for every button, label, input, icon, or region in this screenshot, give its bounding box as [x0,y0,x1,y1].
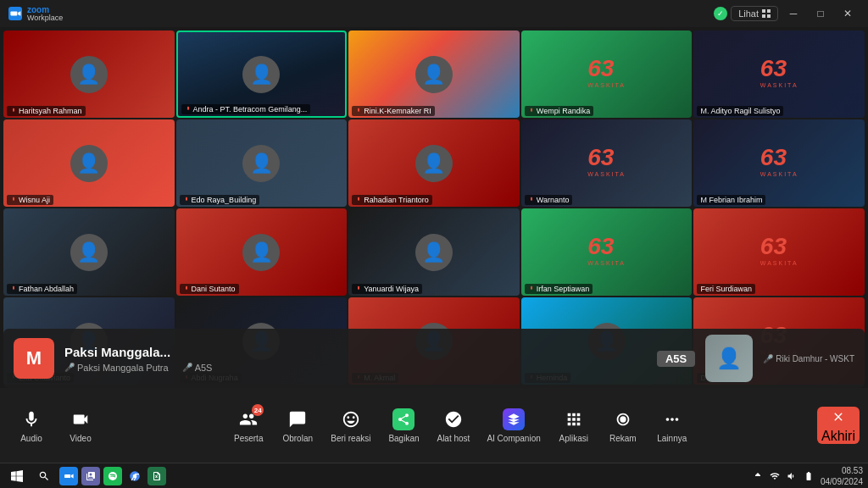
participants-icon: 24 [236,408,260,431]
toolbar: Audio Video 24 Peserta [0,388,868,463]
speaker-badge: A5S [657,351,695,367]
windows-start-button[interactable] [5,464,29,488]
chat-icon [286,408,309,431]
taskbar-zoom-icon[interactable] [59,467,78,485]
video-cell-0: 👤Haritsyah Rahman [3,30,175,118]
audio-button[interactable]: Audio [8,402,54,448]
speaker-bar: M Paksi Manggala... 🎤 Paksi Manggala Put… [3,329,865,388]
end-icon [826,407,850,427]
taskbar: 08.53 04/09/2024 [0,463,868,488]
taskbar-expand-icon[interactable] [753,471,763,481]
taskbar-volume-icon [787,471,797,481]
speaker-main-name: Paksi Manggala... [64,345,647,359]
video-cell-12: 👤Yanuardi Wijaya [348,208,520,296]
record-label: Rekam [609,434,637,443]
taskbar-teams-icon[interactable] [81,467,100,485]
video-cell-8: 63WASKITAWarnanto [521,119,693,207]
title-bar: zoom Workplace ✓ Lihat ─ □ ✕ [0,0,868,27]
participants-button[interactable]: 24 Peserta [225,402,271,448]
svg-rect-2 [767,9,771,13]
chat-button[interactable]: Obrolan [275,402,320,448]
toolbar-center-group: 24 Peserta Obrolan Beri reaksi [225,402,695,448]
participant-name-7: Rahadian Triantoro [352,195,432,205]
apps-label: Aplikasi [559,434,588,443]
share-icon [392,408,415,431]
participant-name-10: Fathan Abdallah [7,284,77,294]
apps-button[interactable]: Aplikasi [551,402,597,448]
react-button[interactable]: Beri reaksi [324,402,377,448]
participant-name-1: Andra - PT. Betracom Gemilang... [181,104,311,114]
video-cell-6: 👤Edo Raya_Building [176,119,348,207]
video-cell-2: 👤Rini.K-Kemnaker RI [348,30,520,118]
video-cell-9: 63WASKITAM Febrian Ibrahim [693,119,865,207]
speaker-mic-icon: 🎤 [64,363,75,372]
speaker-photo-name-container: 🎤 Riki Damhur - WSKT [763,354,854,363]
share-label: Bagikan [388,434,419,443]
svg-rect-3 [762,14,765,18]
chat-label: Obrolan [282,434,313,443]
participants-count: 24 [252,404,264,416]
video-cell-13: 63WASKITAIrfan Septiawan [521,208,693,296]
zoom-logo-icon [8,7,22,20]
taskbar-clock: 08.53 04/09/2024 [821,465,863,487]
audio-icon [19,408,43,431]
video-icon [69,408,92,431]
taskbar-spotify-icon[interactable] [103,467,122,485]
host-button[interactable]: Alat host [430,402,476,448]
security-shield-icon: ✓ [714,7,727,20]
more-label: Lainnya [657,434,687,443]
maximize-button[interactable]: □ [809,5,832,22]
react-label: Beri reaksi [331,434,370,443]
apps-icon [562,408,586,431]
speaker-photo-name: 🎤 Riki Damhur - WSKT [763,354,854,363]
speaker-sub-name2: 🎤 A5S [182,363,213,373]
host-icon [442,408,465,431]
speaker-avatar: M [14,338,54,379]
taskbar-battery-icon [804,471,814,481]
taskbar-excel-icon[interactable] [147,467,166,485]
video-cell-10: 👤Fathan Abdallah [3,208,175,296]
participant-name-8: Warnanto [525,195,573,205]
app-name: zoom [27,6,63,14]
video-cell-7: 👤Rahadian Triantoro [348,119,520,207]
participant-name-6: Edo Raya_Building [180,195,260,205]
record-icon [611,408,635,431]
more-button[interactable]: Lainnya [649,402,695,448]
minimize-button[interactable]: ─ [782,5,805,22]
svg-point-5 [620,416,626,422]
participant-name-11: Dani Sutanto [180,284,239,294]
speaker-sub-row: 🎤 Paksi Manggala Putra 🎤 A5S [64,363,647,373]
title-bar-right: ✓ Lihat ─ □ ✕ [714,5,860,22]
participant-name-2: Rini.K-Kemnaker RI [352,106,435,116]
participant-name-14: Feri Surdiawan [697,284,755,294]
more-icon [660,408,684,431]
view-button[interactable]: Lihat [731,6,778,21]
video-cell-1: 👤Andra - PT. Betracom Gemilang... [176,30,348,118]
share-button[interactable]: Bagikan [381,402,426,448]
taskbar-network-icon [770,471,780,481]
ai-companion-button[interactable]: AI Companion [480,402,547,448]
video-button[interactable]: Video [58,402,103,448]
video-cell-5: 👤Wisnu Aji [3,119,175,207]
video-cell-11: 👤Dani Sutanto [176,208,348,296]
taskbar-right: 08.53 04/09/2024 [753,465,863,487]
participant-name-13: Irfan Septiawan [525,284,593,294]
speaker-sub-name1: 🎤 Paksi Manggala Putra [64,363,169,373]
speaker-photo: 👤 [705,335,753,382]
record-button[interactable]: Rekam [600,402,646,448]
participant-name-9: M Febrian Ibrahim [697,195,765,205]
title-bar-left: zoom Workplace [8,6,63,22]
audio-label: Audio [20,434,42,443]
toolbar-left-group: Audio Video [8,402,103,448]
close-button[interactable]: ✕ [836,5,860,22]
end-button[interactable]: Akhiri [817,407,860,444]
taskbar-left [5,464,166,488]
search-button[interactable] [32,464,56,488]
taskbar-chrome-icon[interactable] [125,467,144,485]
view-grid-icon [762,9,771,18]
participant-name-3: Wempi Randika [525,106,593,116]
video-label: Video [70,434,91,443]
participant-name-12: Yanuardi Wijaya [352,284,422,294]
participant-name-0: Haritsyah Rahman [7,106,86,116]
video-cell-3: 63WASKITAWempi Randika [521,30,693,118]
